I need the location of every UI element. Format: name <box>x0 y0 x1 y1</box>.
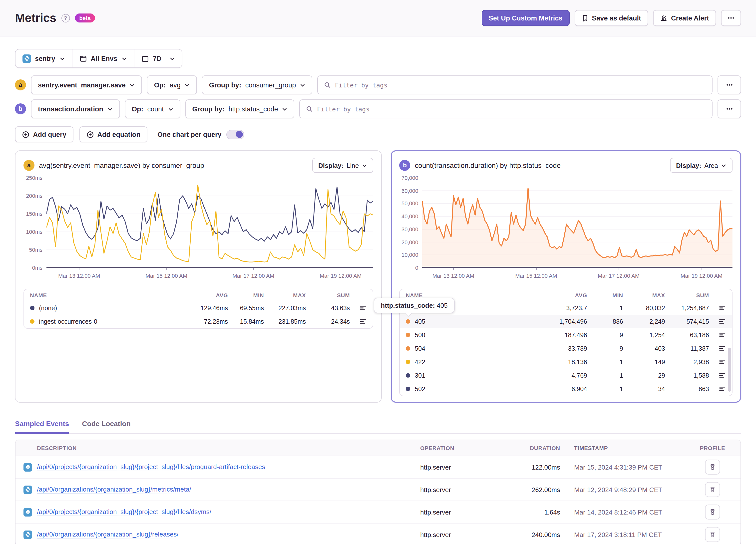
widget-a-summary-table: NAMEAVGMINMAXSUM(none)129.46ms69.55ms227… <box>23 289 373 329</box>
y-axis-label: 250ms <box>26 175 42 181</box>
avg-value: 129.46ms <box>180 304 228 311</box>
x-axis-tick <box>619 268 619 270</box>
add-equation-button[interactable]: Add equation <box>79 126 148 142</box>
tag-filter-input-b[interactable] <box>317 105 706 113</box>
x-axis-label: Mar 13 12:00 AM <box>432 273 474 279</box>
profile-button[interactable] <box>705 482 720 497</box>
project-selector[interactable]: sentry <box>15 49 72 67</box>
y-axis-label: 10,000 <box>401 252 418 258</box>
widget-b[interactable]: b count(transaction.duration) by http.st… <box>391 150 741 403</box>
sum-value: 24.34s <box>306 318 350 325</box>
event-description-link[interactable]: /api/0/organizations/{organization_slug}… <box>37 531 179 539</box>
col-profile: PROFILE <box>693 445 733 451</box>
event-description-link[interactable]: /api/0/organizations/{organization_slug}… <box>37 486 191 494</box>
min-value: 1 <box>587 358 623 365</box>
avg-value: 18.136 <box>539 358 587 365</box>
chevron-down-icon <box>721 163 727 168</box>
series-color-dot <box>406 373 410 378</box>
query-b-overflow-button[interactable] <box>718 99 741 118</box>
metric-select-b[interactable]: transaction.duration <box>31 99 120 118</box>
page-filter-bar: sentry All Envs 7D <box>15 49 182 68</box>
line-chart[interactable]: 0ms50ms100ms150ms200ms250ms Mar 13 12:00… <box>23 173 373 286</box>
row-menu-icon[interactable] <box>719 318 726 325</box>
header-overflow-button[interactable] <box>721 10 741 26</box>
widget-b-display-select[interactable]: Display: Area <box>670 158 733 173</box>
col-duration: DURATION <box>503 445 560 451</box>
date-range-value: 7D <box>153 55 162 62</box>
python-platform-icon <box>23 530 32 539</box>
event-description-link[interactable]: /api/0/projects/{organization_slug}/{pro… <box>37 463 265 471</box>
profile-button[interactable] <box>705 460 720 475</box>
event-row: /api/0/organizations/{organization_slug}… <box>15 523 741 544</box>
tab-sampled-events[interactable]: Sampled Events <box>15 420 69 433</box>
series-name: ingest-occurrences-0 <box>39 318 97 325</box>
series-color-dot <box>30 306 34 310</box>
summary-table-row[interactable]: 500187.49691,25463,186 <box>400 328 732 342</box>
row-menu-icon[interactable] <box>719 331 726 339</box>
save-as-default-button[interactable]: Save as default <box>574 10 648 26</box>
group-by-select-b[interactable]: Group by: http.status_code <box>185 99 295 118</box>
widget-a[interactable]: a avg(sentry.event_manager.save) by cons… <box>15 150 382 403</box>
row-menu-icon[interactable] <box>719 358 726 366</box>
row-menu-icon[interactable] <box>359 318 367 325</box>
y-axis-label: 30,000 <box>401 226 418 232</box>
min-value: 15.84ms <box>228 318 264 325</box>
profile-button[interactable] <box>705 527 720 542</box>
beta-badge: beta <box>75 13 95 22</box>
ellipsis-icon <box>727 14 735 22</box>
help-icon[interactable]: ? <box>61 14 70 22</box>
search-icon <box>306 105 313 112</box>
op-select-a[interactable]: Op: avg <box>147 75 197 94</box>
min-value: 69.55ms <box>228 304 264 311</box>
row-menu-icon[interactable] <box>719 345 726 352</box>
row-menu-icon[interactable] <box>719 385 726 393</box>
bookmark-icon <box>581 14 588 22</box>
one-chart-per-query-label: One chart per query <box>157 131 222 138</box>
group-by-select-a[interactable]: Group by: consumer_group <box>202 75 313 94</box>
setup-custom-metrics-button[interactable]: Set Up Custom Metrics <box>482 10 570 26</box>
summary-table-row[interactable]: ingest-occurrences-072.23ms15.84ms231.85… <box>24 315 373 328</box>
profile-button[interactable] <box>705 505 720 520</box>
op-select-b[interactable]: Op: count <box>125 99 180 118</box>
add-query-button[interactable]: Add query <box>15 126 73 142</box>
widget-a-display-select[interactable]: Display: Line <box>312 158 373 173</box>
summary-table-header: NAMEAVGMINMAXSUM <box>24 289 373 301</box>
summary-table-row[interactable]: 42218.13611492,938 <box>400 355 732 369</box>
summary-table-row[interactable]: 5026.904134863 <box>400 382 732 396</box>
summary-table-row[interactable]: 50433.789940311,387 <box>400 342 732 355</box>
tab-code-location[interactable]: Code Location <box>82 420 130 433</box>
tag-filter-a <box>317 75 713 94</box>
query-a-overflow-button[interactable] <box>718 75 741 94</box>
sum-value: 11,387 <box>665 345 709 352</box>
search-icon <box>324 81 331 88</box>
x-axis-label: Mar 17 12:00 AM <box>598 273 640 279</box>
event-timestamp: Mar 14, 2024 8:12:46 PM CET <box>560 508 693 516</box>
summary-table-row[interactable]: 3014.7691291,588 <box>400 369 732 382</box>
event-description-link[interactable]: /api/0/projects/{organization_slug}/{pro… <box>37 508 211 516</box>
x-axis-label: Mar 19 12:00 AM <box>320 273 362 279</box>
tag-filter-input-a[interactable] <box>335 81 706 89</box>
area-chart[interactable]: 010,00020,00030,00040,00050,00060,00070,… <box>399 173 733 286</box>
chart-canvas <box>46 178 373 268</box>
table-scrollbar[interactable] <box>728 348 731 392</box>
row-menu-icon[interactable] <box>719 372 726 379</box>
event-duration: 262.00ms <box>503 486 560 493</box>
calendar-icon <box>141 55 149 62</box>
summary-table-row[interactable]: 4051,704.4968862,249574,415 <box>400 315 732 328</box>
summary-table-row[interactable]: (none)129.46ms69.55ms227.03ms43.63s <box>24 301 373 315</box>
y-axis: 010,00020,00030,00040,00050,00060,00070,… <box>399 178 422 286</box>
row-menu-icon[interactable] <box>359 304 367 312</box>
environment-value: All Envs <box>91 55 117 62</box>
min-value: 9 <box>587 345 623 352</box>
series-color-dot <box>30 319 34 324</box>
metric-select-a[interactable]: sentry.event_manager.save <box>31 75 142 94</box>
environment-selector[interactable]: All Envs <box>72 49 134 67</box>
create-alert-button[interactable]: Create Alert <box>653 10 716 26</box>
one-chart-per-query-toggle[interactable] <box>227 130 245 139</box>
project-name: sentry <box>35 55 55 62</box>
date-range-selector[interactable]: 7D <box>134 49 182 67</box>
y-axis-label: 0 <box>415 265 418 271</box>
row-menu-icon[interactable] <box>719 304 726 312</box>
metric-name-b: transaction.duration <box>38 105 103 113</box>
x-axis-label: Mar 19 12:00 AM <box>681 273 723 279</box>
